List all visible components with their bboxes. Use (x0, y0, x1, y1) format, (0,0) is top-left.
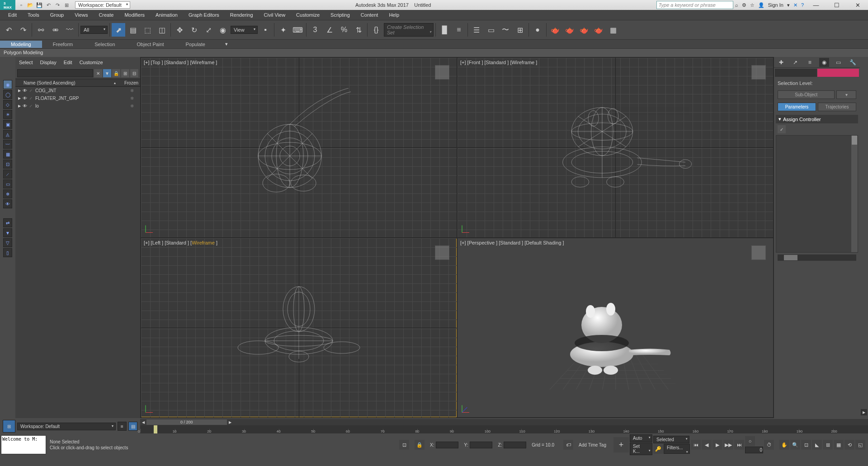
tree-row[interactable]: ▶ 👁 ⟋ FLOATER_JNT_GRP ❄ (15, 94, 140, 102)
cat-button[interactable] (775, 69, 817, 77)
se-menu-select[interactable]: Select (19, 60, 33, 65)
range-right-arrow[interactable]: ▶ (227, 420, 233, 424)
fov-button[interactable]: ◣ (812, 440, 822, 450)
curve-editor-button[interactable]: 〜 (499, 23, 512, 37)
time-tag-label[interactable]: Add Time Tag (579, 442, 606, 447)
render-prod-button[interactable]: 🫖 (592, 23, 605, 37)
motion-tab-icon[interactable]: ◉ (819, 58, 829, 67)
filter-icon[interactable]: ▼ (103, 69, 111, 77)
layer-explorer-button[interactable]: ☰ (470, 23, 483, 37)
menu-tools[interactable]: Tools (22, 11, 45, 19)
zoom-all-button[interactable]: ⊡ (801, 440, 811, 450)
render-button[interactable]: 🫖 (577, 23, 591, 37)
subobject-button[interactable]: Sub-Object (778, 90, 835, 99)
maximize-viewport-button[interactable]: ◱ (855, 440, 865, 450)
options2-icon[interactable]: ⊟ (130, 69, 138, 77)
ribbon-tab-freeform[interactable]: Freeform (42, 41, 84, 48)
project-icon[interactable]: ⊞ (62, 1, 71, 9)
menu-modifiers[interactable]: Modifiers (119, 11, 150, 19)
expand-icon[interactable]: ▶ (18, 96, 23, 100)
frozen-toggle[interactable]: ❄ (130, 104, 137, 108)
scale-button[interactable]: ⤢ (202, 23, 215, 37)
search-input[interactable] (17, 69, 93, 77)
ribbon-tab-modeling[interactable]: Modeling (0, 41, 42, 48)
close-button[interactable]: ✕ (847, 0, 868, 10)
display-helpers-icon[interactable]: ◬ (3, 130, 12, 139)
ribbon-tab-populate[interactable]: Populate (175, 41, 216, 48)
autokey-button[interactable]: Auto (630, 434, 652, 442)
utilities-tab-icon[interactable]: 🔧 (848, 58, 858, 67)
viewcube[interactable] (748, 61, 769, 83)
x-input[interactable] (436, 442, 458, 448)
chevron-down-icon[interactable]: ▾ (787, 2, 790, 8)
display-spacewarps-icon[interactable]: 〰 (3, 140, 12, 149)
display-hidden-icon[interactable]: 👁 (3, 199, 12, 208)
expand-icon[interactable]: ▶ (18, 104, 23, 108)
star-icon[interactable]: ☆ (750, 2, 755, 8)
z-input[interactable] (504, 442, 526, 448)
goto-start-button[interactable]: ⏮ (691, 440, 701, 450)
ribbon-tab-selection[interactable]: Selection (84, 41, 126, 48)
scene-explorer-toggle-icon[interactable]: ▤ (128, 422, 137, 431)
layer-icon[interactable]: ≡ (118, 422, 127, 431)
menu-grapheditors[interactable]: Graph Editors (183, 11, 225, 19)
menu-content[interactable]: Content (355, 11, 384, 19)
hierarchy-tab-icon[interactable]: ≡ (805, 58, 815, 67)
viewport-perspective[interactable]: [+] [Perspective ] [Standard ] [Default … (458, 238, 773, 418)
key-mode-toggle[interactable]: ○ (745, 436, 755, 446)
rollout-header[interactable]: ▾ Assign Controller (776, 115, 858, 123)
zoom-button[interactable]: 🔍 (790, 440, 800, 450)
menu-animation[interactable]: Animation (150, 11, 183, 19)
viewport-front[interactable]: [+] [Front ] [Standard ] [Wireframe ] (458, 58, 773, 237)
viewport-layout-icon[interactable]: ⊞ (3, 420, 15, 433)
tree-row[interactable]: ▶ 👁 ⟋ COG_JNT ❄ (15, 87, 140, 94)
undo-icon[interactable]: ↶ (44, 1, 52, 9)
maximize-button[interactable]: ☐ (826, 0, 847, 10)
display-containers-icon[interactable]: ▭ (3, 179, 12, 188)
visibility-icon[interactable]: 👁 (23, 96, 29, 101)
spinner-snap-button[interactable]: ⇅ (352, 23, 365, 37)
viewport-label[interactable]: [+] [Top ] [Standard ] [Wireframe ] (144, 60, 217, 65)
display-lights-icon[interactable]: ☀ (3, 110, 12, 119)
se-menu-customize[interactable]: Customize (80, 60, 103, 65)
display-shapes-icon[interactable]: ◇ (3, 100, 12, 109)
user-icon[interactable]: 👤 (758, 2, 764, 8)
redo-button[interactable]: ↷ (16, 23, 30, 37)
filter1-icon[interactable]: ▼ (3, 228, 12, 237)
viewcube[interactable] (431, 242, 453, 264)
range-left-arrow[interactable]: ◀ (140, 420, 146, 424)
select-region-button[interactable]: ⬚ (141, 23, 154, 37)
bind-button[interactable]: 〰 (63, 23, 76, 37)
select-name-button[interactable]: ▤ (126, 23, 140, 37)
display-bones-icon[interactable]: ⟋ (3, 169, 12, 179)
minimize-button[interactable]: — (806, 0, 826, 10)
keyboard-shortcut-button[interactable]: ⌨ (291, 23, 304, 37)
cat-button-active[interactable] (817, 69, 859, 77)
undo-button[interactable]: ↶ (2, 23, 15, 37)
manipulate-button[interactable]: ✦ (276, 23, 290, 37)
render-frame-button[interactable]: 🫖 (563, 23, 576, 37)
viewport-left[interactable]: [+] [Left ] [Standard ] [Wireframe ] (141, 238, 457, 418)
frozen-toggle[interactable]: ❄ (130, 96, 137, 101)
visibility-icon[interactable]: 👁 (23, 88, 29, 93)
viewport-label[interactable]: [+] [Left ] [Standard ] [Wireframe ] (144, 240, 217, 245)
viewport-label[interactable]: [+] [Perspective ] [Standard ] [Default … (460, 240, 564, 245)
percent-snap-button[interactable]: % (337, 23, 351, 37)
menu-create[interactable]: Create (93, 11, 119, 19)
move-button[interactable]: ✥ (173, 23, 186, 37)
y-input[interactable] (470, 442, 492, 448)
selection-lock-icon[interactable]: 🔒 (415, 440, 425, 450)
subobject-dropdown[interactable]: ▾ (836, 90, 856, 99)
display-all-icon[interactable]: ◉ (3, 80, 12, 89)
menu-rendering[interactable]: Rendering (225, 11, 259, 19)
display-geom-icon[interactable]: ◯ (3, 90, 12, 99)
menu-customize[interactable]: Customize (291, 11, 325, 19)
se-menu-display[interactable]: Display (40, 60, 57, 65)
unlink-button[interactable]: ⚮ (48, 23, 62, 37)
angle-snap-button[interactable]: ∠ (323, 23, 336, 37)
help-search-input[interactable]: Type a keyword or phrase (656, 1, 733, 9)
viewcube[interactable] (431, 61, 453, 83)
material-editor-button[interactable]: ● (531, 23, 544, 37)
lock-icon[interactable]: 🔒 (112, 69, 120, 77)
new-scene-icon[interactable]: ▫ (17, 1, 25, 9)
